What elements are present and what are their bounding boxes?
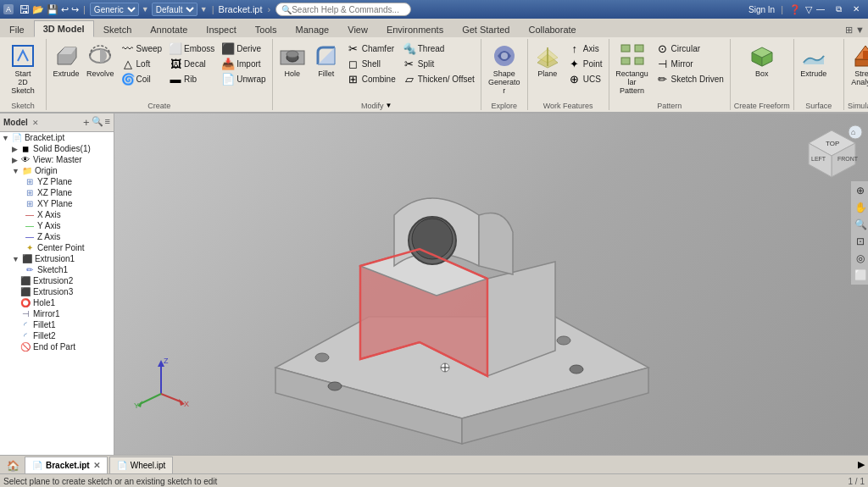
modify-dropdown[interactable]: ▼ — [386, 102, 392, 109]
look-at-btn[interactable]: ◎ — [853, 251, 868, 266]
help-btn[interactable]: ❓ — [789, 4, 801, 15]
tab-environments[interactable]: Environments — [377, 20, 453, 37]
tree-item-center[interactable]: ✦ Center Point — [0, 242, 114, 253]
loft-btn[interactable]: △ Loft — [119, 56, 165, 71]
import-btn[interactable]: 📥 Import — [219, 56, 268, 71]
tree-item-yaxis[interactable]: — Y Axis — [0, 220, 114, 231]
rib-btn[interactable]: ▬ Rib — [166, 71, 217, 86]
home-tab-icon[interactable]: 🏠 — [3, 458, 23, 473]
box-btn[interactable]: Box — [746, 41, 778, 80]
redo-btn[interactable]: ↪ — [71, 4, 79, 15]
tree-item-sketch1[interactable]: ✏ Sketch1 — [0, 264, 114, 275]
tree-item-fillet2[interactable]: ▶ ◜ Fillet2 — [0, 330, 114, 341]
tab-annotate[interactable]: Annotate — [141, 20, 197, 37]
shape-generator-btn[interactable]: ShapeGenerator — [485, 41, 524, 97]
viewport[interactable]: TOP LEFT FRONT ⌂ ⊕ ✋ 🔍 ⊡ ◎ ⬜ — [114, 113, 868, 455]
close-btn[interactable]: ✕ — [848, 3, 865, 16]
ribbon-more[interactable]: ⊞ ▼ — [842, 23, 868, 37]
tree-item-hole1[interactable]: ▶ ⭕ Hole1 — [0, 297, 114, 308]
model-add-btn[interactable]: + — [83, 116, 90, 129]
tab-bracket-close[interactable]: ✕ — [93, 461, 100, 470]
unwrap-btn[interactable]: 📄 Unwrap — [219, 71, 268, 86]
pan-btn[interactable]: ✋ — [853, 200, 868, 215]
model-tab-label[interactable]: Model — [3, 118, 28, 127]
tree-item-origin[interactable]: ▼ 📁 Origin — [0, 165, 114, 176]
tree-item-zaxis[interactable]: — Z Axis — [0, 231, 114, 242]
emboss-btn[interactable]: ⬜ Emboss — [166, 41, 217, 56]
model-search-btn[interactable]: 🔍 — [92, 116, 103, 129]
zoom-window-btn[interactable]: ⬜ — [853, 268, 868, 283]
zoom-all-btn[interactable]: ⊡ — [853, 234, 868, 249]
open-btn[interactable]: 📂 — [32, 4, 44, 15]
tree-item-bracket[interactable]: ▼ 📄 Bracket.ipt — [0, 132, 114, 143]
tree-item-yz[interactable]: ⊞ YZ Plane — [0, 176, 114, 187]
model-menu-btn[interactable]: ≡ — [105, 116, 110, 129]
tab-sketch[interactable]: Sketch — [94, 20, 142, 37]
hole-btn[interactable]: Hole — [276, 41, 309, 80]
tree-item-xaxis[interactable]: — X Axis — [0, 209, 114, 220]
decal-btn[interactable]: 🖼 Decal — [166, 56, 217, 71]
tab-getstarted[interactable]: Get Started — [453, 20, 519, 37]
split-btn[interactable]: ✂ Split — [400, 56, 477, 71]
thread-btn[interactable]: 🔩 Thread — [400, 41, 477, 56]
nav-cube[interactable]: TOP LEFT FRONT ⌂ — [800, 122, 864, 185]
tab-bracket[interactable]: 📄 Bracket.ipt ✕ — [25, 457, 108, 473]
tab-manage[interactable]: Manage — [286, 20, 338, 37]
extrude-btn[interactable]: Extrude — [50, 41, 82, 80]
sketch-driven-btn[interactable]: ✏ Sketch Driven — [654, 71, 726, 86]
tree-item-ext2[interactable]: ▶ ⬛ Extrusion2 — [0, 275, 114, 286]
tree-item-ext1[interactable]: ▼ ⬛ Extrusion1 — [0, 253, 114, 264]
save-btn[interactable]: 💾 — [47, 4, 58, 15]
undo-btn[interactable]: ↩ — [61, 4, 69, 15]
tab-collaborate[interactable]: Collaborate — [519, 20, 585, 37]
start-2d-sketch-btn[interactable]: Start2D Sketch — [3, 41, 42, 97]
search-bar[interactable]: 🔍 — [275, 3, 411, 16]
new-btn[interactable]: 🖫 — [19, 3, 30, 16]
viewport-inner: TOP LEFT FRONT ⌂ ⊕ ✋ 🔍 ⊡ ◎ ⬜ — [114, 113, 868, 455]
tab-inspect[interactable]: Inspect — [197, 20, 245, 37]
axis-btn[interactable]: ↑ Axis — [565, 41, 605, 56]
fillet-btn[interactable]: Fillet — [310, 41, 342, 80]
expand-btn[interactable]: ▽ — [805, 4, 812, 15]
minimize-btn[interactable]: — — [812, 3, 829, 16]
model-tab-close[interactable]: ✕ — [32, 119, 39, 127]
coil-btn[interactable]: 🌀 Coil — [119, 71, 165, 86]
sweep-btn[interactable]: 〰 Sweep — [119, 41, 165, 56]
tab-wheel[interactable]: 📄 Wheel.ipt — [109, 457, 174, 473]
combine-btn[interactable]: ⊞ Combine — [344, 71, 398, 86]
project-dropdown[interactable]: Generic — [90, 3, 139, 16]
tree-item-ext3[interactable]: ▶ ⬛ Extrusion3 — [0, 286, 114, 297]
tab-scroll-right[interactable]: ▶ — [854, 459, 868, 470]
tree-item-xz[interactable]: ⊞ XZ Plane — [0, 187, 114, 198]
sign-in-btn[interactable]: Sign In — [748, 5, 775, 14]
restore-btn[interactable]: ⧉ — [830, 3, 847, 16]
shell-btn[interactable]: ◻ Shell — [344, 56, 398, 71]
search-input[interactable] — [292, 5, 402, 14]
window-controls[interactable]: — ⧉ ✕ — [812, 3, 865, 16]
tree-item-mirror1[interactable]: ▶ ⊣ Mirror1 — [0, 308, 114, 319]
tree-item-view[interactable]: ▶ 👁 View: Master — [0, 154, 114, 165]
tab-tools[interactable]: Tools — [246, 20, 287, 37]
tree-item-end-of-part[interactable]: ▶ 🚫 End of Part — [0, 341, 114, 352]
surface-extrude-btn[interactable]: Extrude — [798, 41, 830, 80]
tab-file[interactable]: File — [0, 20, 34, 37]
tree-item-xy[interactable]: ⊞ XY Plane — [0, 198, 114, 209]
mirror-btn[interactable]: ⊣ Mirror — [654, 56, 726, 71]
plane-btn[interactable]: Plane — [531, 41, 564, 80]
chamfer-btn[interactable]: ✂ Chamfer — [344, 41, 398, 56]
zoom-btn[interactable]: 🔍 — [853, 217, 868, 232]
tab-3dmodel[interactable]: 3D Model — [34, 20, 94, 37]
stress-analysis-btn[interactable]: StressAnalysis — [849, 41, 868, 89]
style-dropdown[interactable]: Default — [152, 3, 198, 16]
thicken-btn[interactable]: ▱ Thicken/ Offset — [400, 71, 477, 86]
point-btn[interactable]: ✦ Point — [565, 56, 605, 71]
ucs-btn[interactable]: ⊕ UCS — [565, 71, 605, 86]
tree-item-solid-bodies[interactable]: ▶ ◼ Solid Bodies(1) — [0, 143, 114, 154]
revolve-btn[interactable]: Revolve — [84, 41, 117, 80]
circular-pattern-btn[interactable]: ⊙ Circular — [654, 41, 726, 56]
derive-btn[interactable]: ⬛ Derive — [219, 41, 268, 56]
tree-item-fillet1[interactable]: ▶ ◜ Fillet1 — [0, 319, 114, 330]
orbit-btn[interactable]: ⊕ — [853, 183, 868, 198]
rectangular-pattern-btn[interactable]: RectangularPattern — [613, 41, 652, 97]
tab-view[interactable]: View — [338, 20, 377, 37]
